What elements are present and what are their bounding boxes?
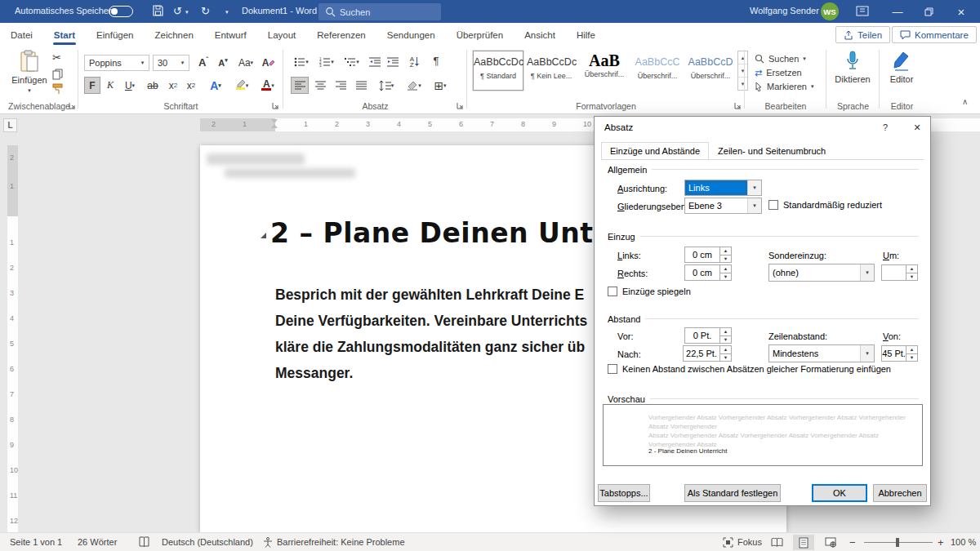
dialog-tab-zeilen[interactable]: Zeilen- und Seitenumbruch bbox=[709, 142, 835, 159]
numbered-list-button[interactable]: 123 ▾ bbox=[316, 53, 337, 70]
close-window-button[interactable]: × bbox=[947, 0, 975, 23]
align-center-button[interactable] bbox=[311, 77, 329, 94]
spacing-before-stepper[interactable]: 0 Pt. ▲▼ bbox=[684, 327, 732, 344]
tab-zeichnen[interactable]: Zeichnen bbox=[144, 23, 203, 47]
underline-button[interactable]: U▾ bbox=[119, 77, 140, 94]
line-spacing-button[interactable]: ▾ bbox=[375, 77, 398, 94]
tab-layout[interactable]: Layout bbox=[257, 23, 307, 47]
clipboard-dialog-launcher-icon[interactable] bbox=[69, 102, 77, 110]
tab-stop-selector[interactable]: L bbox=[3, 118, 17, 132]
justify-button[interactable] bbox=[352, 77, 370, 94]
set-default-button[interactable]: Als Standard festlegen bbox=[684, 484, 781, 502]
share-button[interactable]: Teilen bbox=[835, 26, 890, 43]
style-ueberschrift-1[interactable]: AaB Überschrif... bbox=[579, 51, 630, 91]
shrink-font-button[interactable]: A▾ bbox=[214, 54, 232, 71]
cancel-button[interactable]: Abbrechen bbox=[873, 484, 927, 502]
search-input[interactable]: Suchen bbox=[318, 3, 441, 20]
by-stepper[interactable]: ▲▼ bbox=[881, 264, 918, 281]
tab-ansicht[interactable]: Ansicht bbox=[514, 23, 566, 47]
accessibility-status[interactable]: Barrierefreiheit: Keine Probleme bbox=[263, 533, 405, 551]
text-effects-button[interactable]: A▾ bbox=[204, 77, 227, 94]
outline-level-select[interactable]: Ebene 3 ▾ bbox=[684, 198, 762, 214]
font-dialog-launcher-icon[interactable] bbox=[272, 102, 280, 110]
stepper-arrows[interactable]: ▲▼ bbox=[719, 265, 731, 280]
focus-mode-button[interactable]: Fokus bbox=[723, 533, 762, 551]
chevron-down-icon[interactable]: ▾ bbox=[747, 180, 761, 195]
stepper-arrows[interactable]: ▲▼ bbox=[906, 346, 917, 361]
font-family-select[interactable]: Poppins ▾ bbox=[84, 55, 149, 71]
chevron-down-icon[interactable]: ▾ bbox=[860, 345, 874, 362]
stepper-arrows[interactable]: ▲▼ bbox=[719, 328, 731, 343]
word-count[interactable]: 26 Wörter bbox=[78, 533, 117, 551]
style-ueberschrift-2[interactable]: AaBbCcC Überschrif... bbox=[632, 51, 683, 91]
undo-dropdown-icon[interactable]: ▾ bbox=[185, 9, 189, 16]
zoom-out-button[interactable]: − bbox=[849, 533, 856, 551]
dialog-close-button[interactable]: ✕ bbox=[903, 117, 931, 138]
stepper-arrows[interactable]: ▲▼ bbox=[719, 247, 731, 262]
tab-entwurf[interactable]: Entwurf bbox=[204, 23, 257, 47]
proofing-icon[interactable] bbox=[139, 533, 149, 551]
style-kein-leerraum[interactable]: AaBbCcDc ¶ Kein Lee... bbox=[526, 51, 577, 91]
stepper-arrows[interactable]: ▲▼ bbox=[719, 346, 731, 361]
sort-button[interactable]: AZ bbox=[406, 53, 424, 70]
grow-font-button[interactable]: Aˆ bbox=[194, 54, 212, 71]
stepper-arrows[interactable]: ▲▼ bbox=[906, 265, 917, 280]
collapse-ribbon-icon[interactable]: ∧ bbox=[962, 97, 968, 106]
select-button[interactable]: Markieren▾ bbox=[755, 80, 813, 93]
minimize-button[interactable]: — bbox=[884, 0, 911, 23]
web-layout-button[interactable] bbox=[820, 535, 841, 550]
alignment-select[interactable]: Links ▾ bbox=[684, 180, 762, 196]
format-painter-icon[interactable] bbox=[52, 83, 64, 98]
comments-button[interactable]: Kommentare bbox=[892, 26, 977, 43]
clear-formatting-button[interactable]: A bbox=[260, 54, 278, 71]
undo-icon[interactable]: ↺ bbox=[173, 0, 182, 23]
paste-dropdown-icon[interactable]: ▾ bbox=[28, 87, 31, 94]
dictate-button[interactable]: Diktieren bbox=[830, 51, 875, 84]
paragraph-dialog-launcher-icon[interactable] bbox=[457, 102, 465, 110]
tabstops-button[interactable]: Tabstopps... bbox=[598, 484, 650, 502]
show-paragraph-marks-button[interactable]: ¶ bbox=[429, 52, 443, 69]
multilevel-list-button[interactable]: ▾ bbox=[341, 53, 363, 70]
at-stepper[interactable]: 45 Pt. ▲▼ bbox=[881, 345, 918, 362]
indent-right-stepper[interactable]: 0 cm ▲▼ bbox=[684, 264, 732, 281]
tab-hilfe[interactable]: Hilfe bbox=[566, 23, 606, 47]
superscript-button[interactable]: x2 bbox=[183, 77, 199, 94]
redo-icon[interactable]: ↻ bbox=[201, 0, 210, 23]
indent-left-stepper[interactable]: 0 cm ▲▼ bbox=[684, 247, 732, 263]
heading-collapse-icon[interactable] bbox=[261, 233, 266, 238]
page-indicator[interactable]: Seite 1 von 1 bbox=[10, 533, 62, 551]
save-icon[interactable] bbox=[152, 4, 164, 19]
align-right-button[interactable] bbox=[332, 77, 350, 94]
document-body[interactable]: Besprich mit der gewählten Lehrkraft Dei… bbox=[275, 282, 587, 386]
dialog-help-button[interactable]: ? bbox=[871, 117, 899, 138]
read-mode-button[interactable] bbox=[766, 535, 787, 550]
font-size-select[interactable]: 30 ▾ bbox=[153, 55, 189, 71]
borders-button[interactable]: ⊞▾ bbox=[429, 77, 452, 94]
find-button[interactable]: Suchen▾ bbox=[755, 52, 806, 65]
language-indicator[interactable]: Deutsch (Deutschland) bbox=[162, 533, 253, 551]
zoom-level[interactable]: 100 % bbox=[951, 533, 976, 551]
print-layout-button[interactable] bbox=[793, 535, 814, 550]
replace-button[interactable]: ⇄ Ersetzen bbox=[755, 66, 802, 79]
document-heading[interactable]: 2 – Plane Deinen Unte bbox=[270, 217, 612, 249]
style-standard[interactable]: AaBbCcDc ¶ Standard bbox=[473, 51, 523, 91]
zoom-slider-thumb[interactable] bbox=[896, 538, 899, 547]
increase-indent-button[interactable] bbox=[385, 53, 401, 70]
vertical-ruler[interactable]: 21123456789101112 bbox=[7, 145, 18, 532]
subscript-button[interactable]: x2 bbox=[165, 77, 181, 94]
tab-start[interactable]: Start bbox=[43, 23, 86, 47]
decrease-indent-button[interactable] bbox=[367, 53, 383, 70]
collapsed-by-default-checkbox[interactable]: Standardmäßig reduziert bbox=[768, 200, 882, 210]
no-space-same-style-checkbox[interactable]: Keinen Abstand zwischen Absätzen gleiche… bbox=[608, 364, 891, 374]
user-name[interactable]: Wolfgang Sender bbox=[750, 6, 819, 16]
dialog-title-bar[interactable]: Absatz ? ✕ bbox=[595, 117, 930, 138]
indent-marker[interactable] bbox=[271, 119, 278, 131]
customize-qat-icon[interactable]: ▾ bbox=[225, 9, 229, 16]
align-left-button[interactable] bbox=[291, 77, 309, 94]
user-avatar[interactable]: WS bbox=[821, 2, 839, 20]
cut-icon[interactable]: ✂ bbox=[52, 51, 61, 64]
tab-ueberpruefen[interactable]: Überprüfen bbox=[446, 23, 514, 47]
editor-button[interactable]: Editor bbox=[883, 51, 920, 84]
shading-button[interactable]: ▾ bbox=[403, 77, 425, 94]
tab-referenzen[interactable]: Referenzen bbox=[306, 23, 376, 47]
